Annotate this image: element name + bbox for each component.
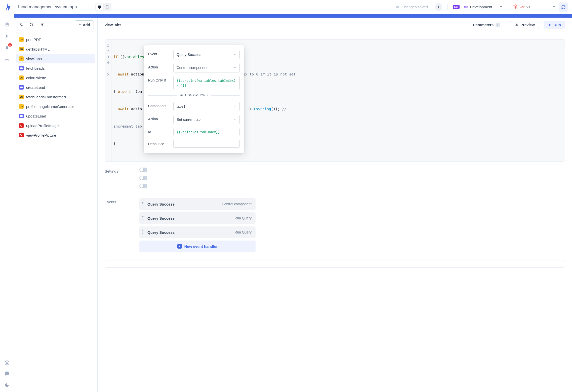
setting-toggle-2[interactable] — [139, 176, 147, 180]
search-icon[interactable] — [28, 21, 35, 28]
js-icon: JS — [19, 104, 24, 109]
event-name: Query Success — [147, 216, 175, 220]
debounce-input[interactable] — [173, 140, 240, 148]
new-event-label: New event handler — [184, 244, 218, 249]
event-action: Run Query — [234, 230, 252, 234]
svg-point-23 — [142, 217, 143, 218]
preview-button[interactable]: Preview — [510, 21, 539, 29]
js-icon: JS — [19, 37, 24, 42]
info-button[interactable]: i — [435, 3, 442, 11]
svg-point-19 — [142, 205, 143, 205]
sidebar-item-colorPalette[interactable]: JScolorPalette — [16, 73, 95, 83]
settings-icon[interactable] — [4, 56, 10, 62]
debug-badge: 1 — [8, 43, 12, 47]
sidebar-item-viewProfilePicture[interactable]: viewProfilePicture — [16, 130, 95, 140]
svg-point-29 — [142, 231, 143, 232]
sidebar-item-label: fetchLeadsTransformed — [26, 95, 66, 99]
svg-point-9 — [5, 361, 9, 365]
query-title[interactable]: viewTabs — [105, 23, 121, 27]
debug-icon[interactable]: 1 — [4, 45, 10, 51]
sidebar-item-viewTabs[interactable]: JSviewTabs — [16, 54, 95, 63]
event-row[interactable]: Query Success Control component — [139, 198, 256, 210]
js-icon: JS — [19, 95, 24, 99]
save-status: Changes saved — [395, 5, 428, 9]
action2-field-label: Action — [148, 115, 170, 121]
svg-point-8 — [6, 59, 8, 60]
support-icon[interactable] — [4, 360, 10, 366]
sidebar-item-getTabsHTML[interactable]: JSgetTabsHTML — [16, 44, 95, 54]
drag-handle-icon[interactable] — [142, 216, 144, 221]
content-area: viewTabs Parameters + Preview Run 1234 5 — [98, 18, 572, 392]
plus-icon: + — [78, 22, 81, 27]
event-row[interactable]: Query Success Run Query — [139, 226, 256, 238]
svg-line-13 — [32, 25, 33, 26]
event-name: Query Success — [147, 202, 175, 206]
runonlyif-field-label: Run Only If — [148, 76, 170, 82]
parameters-label: Parameters — [473, 23, 494, 27]
app-logo[interactable] — [4, 3, 12, 11]
run-button[interactable]: Run — [544, 21, 565, 29]
sidebar-item-printPDF[interactable]: JSprintPDF — [16, 35, 95, 44]
bottom-panel — [105, 260, 565, 268]
drag-handle-icon[interactable] — [142, 230, 144, 235]
ver-value: v1 — [526, 5, 530, 9]
sidebar-item-uploadProfileImage[interactable]: uploadProfileImage — [16, 121, 95, 130]
version-selector[interactable]: ver v1 — [513, 4, 556, 10]
app-title[interactable]: Lead management system app — [18, 5, 77, 10]
desktop-view-button[interactable] — [96, 4, 103, 11]
env-label: Env — [462, 5, 468, 9]
sidebar-item-fetchLeadsTransformed[interactable]: JSfetchLeadsTransformed — [16, 92, 95, 102]
theme-icon[interactable] — [4, 382, 10, 388]
event-select[interactable]: Query Success — [173, 50, 240, 59]
js-icon: JS — [19, 56, 24, 61]
chevron-down-icon — [233, 104, 236, 108]
filter-icon[interactable] — [39, 21, 46, 28]
setting-toggle-3[interactable] — [139, 184, 147, 188]
settings-section: Settings — [105, 168, 565, 188]
collapse-icon[interactable] — [18, 21, 25, 28]
mobile-view-button[interactable] — [103, 4, 111, 11]
cursor-icon[interactable] — [4, 33, 10, 39]
tooljet-icon — [19, 123, 24, 128]
sidebar-item-label: createLead — [26, 85, 45, 90]
svg-point-15 — [142, 202, 143, 203]
add-query-button[interactable]: + Add — [75, 20, 94, 29]
env-badge: TXT — [453, 5, 460, 9]
id-field-label: Id — [148, 128, 170, 134]
datasource-icon — [19, 66, 24, 70]
event-row[interactable]: Query Success Run Query — [139, 212, 256, 224]
action-field-label: Action — [148, 63, 170, 69]
section-divider: ACTION OPTIONS — [148, 94, 240, 97]
refresh-button[interactable] — [559, 3, 568, 12]
sidebar-item-createLead[interactable]: createLead — [16, 83, 95, 92]
svg-rect-0 — [98, 6, 101, 8]
query-list: JSprintPDFJSgetTabsHTMLJSviewTabsfetchLe… — [14, 32, 97, 142]
new-event-handler-button[interactable]: +New event handler — [139, 241, 256, 252]
setting-toggle-1[interactable] — [139, 168, 147, 172]
svg-point-28 — [144, 230, 144, 231]
sidebar-item-updateLead[interactable]: updateLead — [16, 111, 95, 121]
svg-point-18 — [144, 203, 144, 204]
sidebar-item-label: updateLead — [26, 114, 46, 118]
plus-icon: + — [177, 244, 182, 249]
add-parameter-button[interactable]: + — [496, 23, 500, 27]
id-input[interactable]: {{variables.tabIndex}} — [173, 128, 240, 136]
component-select[interactable]: tabs1 — [173, 102, 240, 111]
pages-icon[interactable] — [4, 22, 10, 28]
sidebar-item-label: fetchLeads — [26, 66, 45, 70]
drag-handle-icon[interactable] — [142, 202, 144, 207]
action-select[interactable]: Control component — [173, 63, 240, 72]
sidebar-item-fetchLeads[interactable]: fetchLeads — [16, 63, 95, 73]
run-label: Run — [554, 23, 561, 27]
comment-icon[interactable] — [4, 371, 10, 377]
settings-toggles — [139, 168, 147, 188]
sidebar-item-profileImageNameGenerator[interactable]: JSprofileImageNameGenerator — [16, 102, 95, 111]
chevron-down-icon — [499, 5, 503, 9]
env-selector[interactable]: TXT Env Development — [453, 5, 503, 9]
runonlyif-input[interactable]: {{parseInt(variables.tabIndex) < 4}} — [173, 76, 240, 90]
event-action: Run Query — [234, 216, 252, 220]
datasource-icon — [19, 114, 24, 118]
component-action-select[interactable]: Set current tab — [173, 115, 240, 124]
svg-point-12 — [30, 23, 33, 26]
svg-point-11 — [7, 362, 8, 362]
